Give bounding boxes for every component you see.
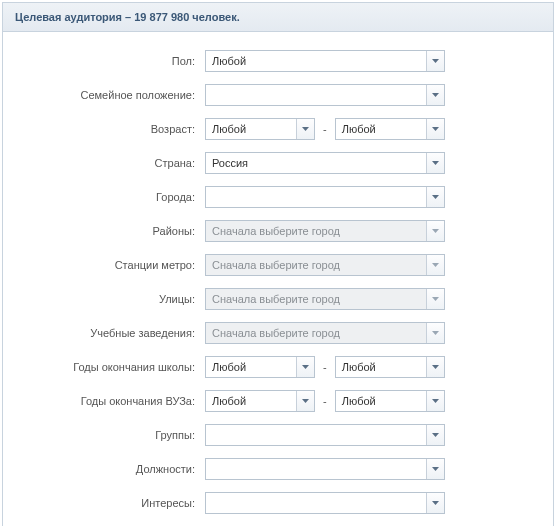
row-schools: Учебные заведения: Сначала выберите горо… — [23, 322, 533, 344]
select-value: Сначала выберите город — [206, 293, 426, 305]
row-gender: Пол: Любой — [23, 50, 533, 72]
chevron-down-icon — [426, 51, 444, 71]
select-value: Сначала выберите город — [206, 327, 426, 339]
row-streets: Улицы: Сначала выберите город — [23, 288, 533, 310]
chevron-down-icon — [426, 493, 444, 513]
row-cities: Города: — [23, 186, 533, 208]
age-to-select[interactable]: Любой — [335, 118, 445, 140]
range-dash: - — [321, 395, 329, 407]
select-value: Любой — [336, 123, 426, 135]
row-age: Возраст: Любой - Любой — [23, 118, 533, 140]
range-dash: - — [321, 123, 329, 135]
select-value: Сначала выберите город — [206, 225, 426, 237]
range-dash: - — [321, 361, 329, 373]
cities-select[interactable] — [205, 186, 445, 208]
chevron-down-icon — [426, 187, 444, 207]
label-groups: Группы: — [23, 429, 205, 441]
streets-select: Сначала выберите город — [205, 288, 445, 310]
label-metro: Станции метро: — [23, 259, 205, 271]
chevron-down-icon — [426, 221, 444, 241]
country-select[interactable]: Россия — [205, 152, 445, 174]
chevron-down-icon — [426, 255, 444, 275]
targeting-panel: Целевая аудитория – 19 877 980 человек. … — [2, 2, 554, 526]
label-age: Возраст: — [23, 123, 205, 135]
label-cities: Города: — [23, 191, 205, 203]
chevron-down-icon — [296, 119, 314, 139]
school-years-from-select[interactable]: Любой — [205, 356, 315, 378]
panel-body: Пол: Любой Семейное положение: Возраст: — [3, 32, 553, 526]
uni-years-from-select[interactable]: Любой — [205, 390, 315, 412]
row-country: Страна: Россия — [23, 152, 533, 174]
select-value: Любой — [206, 123, 296, 135]
chevron-down-icon — [426, 459, 444, 479]
label-school-years: Годы окончания школы: — [23, 361, 205, 373]
select-value: Любой — [206, 55, 426, 67]
chevron-down-icon — [296, 357, 314, 377]
row-metro: Станции метро: Сначала выберите город — [23, 254, 533, 276]
uni-years-to-select[interactable]: Любой — [335, 390, 445, 412]
label-positions: Должности: — [23, 463, 205, 475]
select-value: Любой — [336, 395, 426, 407]
label-schools: Учебные заведения: — [23, 327, 205, 339]
chevron-down-icon — [426, 289, 444, 309]
label-gender: Пол: — [23, 55, 205, 67]
label-streets: Улицы: — [23, 293, 205, 305]
row-marital: Семейное положение: — [23, 84, 533, 106]
districts-select: Сначала выберите город — [205, 220, 445, 242]
marital-select[interactable] — [205, 84, 445, 106]
row-interests: Интересы: — [23, 492, 533, 514]
row-districts: Районы: Сначала выберите город — [23, 220, 533, 242]
interests-select[interactable] — [205, 492, 445, 514]
label-interests: Интересы: — [23, 497, 205, 509]
row-uni-years: Годы окончания ВУЗа: Любой - Любой — [23, 390, 533, 412]
gender-select[interactable]: Любой — [205, 50, 445, 72]
positions-select[interactable] — [205, 458, 445, 480]
chevron-down-icon — [426, 85, 444, 105]
row-groups: Группы: — [23, 424, 533, 446]
groups-select[interactable] — [205, 424, 445, 446]
select-value: Любой — [206, 395, 296, 407]
select-value: Любой — [336, 361, 426, 373]
select-value: Россия — [206, 157, 426, 169]
row-school-years: Годы окончания школы: Любой - Любой — [23, 356, 533, 378]
label-uni-years: Годы окончания ВУЗа: — [23, 395, 205, 407]
age-from-select[interactable]: Любой — [205, 118, 315, 140]
chevron-down-icon — [426, 323, 444, 343]
label-marital: Семейное положение: — [23, 89, 205, 101]
chevron-down-icon — [426, 119, 444, 139]
label-country: Страна: — [23, 157, 205, 169]
schools-select: Сначала выберите город — [205, 322, 445, 344]
header-title: Целевая аудитория – 19 877 980 человек. — [15, 11, 240, 23]
chevron-down-icon — [426, 391, 444, 411]
label-districts: Районы: — [23, 225, 205, 237]
chevron-down-icon — [426, 425, 444, 445]
select-value: Любой — [206, 361, 296, 373]
panel-header: Целевая аудитория – 19 877 980 человек. — [3, 3, 553, 32]
chevron-down-icon — [296, 391, 314, 411]
school-years-to-select[interactable]: Любой — [335, 356, 445, 378]
row-positions: Должности: — [23, 458, 533, 480]
select-value: Сначала выберите город — [206, 259, 426, 271]
chevron-down-icon — [426, 153, 444, 173]
metro-select: Сначала выберите город — [205, 254, 445, 276]
chevron-down-icon — [426, 357, 444, 377]
